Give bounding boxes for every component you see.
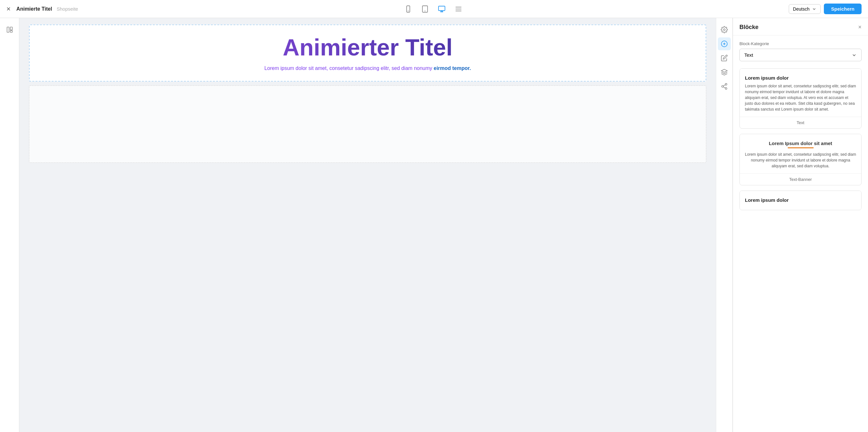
- device-desktop-button[interactable]: [436, 3, 447, 15]
- canvas-area: Animierter Titel Lorem ipsum dolor sit a…: [19, 18, 716, 432]
- category-selected-value: Text: [744, 52, 753, 58]
- svg-point-18: [722, 85, 724, 87]
- canvas-subtitle: Lorem ipsum dolor sit amet, consetetur s…: [42, 65, 693, 71]
- right-icon-strip: [716, 18, 733, 432]
- device-switcher: [78, 3, 789, 15]
- block-card-text-banner-footer: Text-Banner: [740, 173, 861, 185]
- device-list-button[interactable]: [453, 3, 464, 15]
- canvas-block-empty[interactable]: [29, 85, 706, 163]
- svg-point-12: [723, 29, 725, 31]
- text-banner-body: Lorem ipsum dolor sit amet, consetetur s…: [745, 151, 856, 169]
- add-block-icon-button[interactable]: [718, 37, 731, 50]
- svg-rect-10: [10, 27, 12, 30]
- panel-header: Blöcke ×: [733, 18, 868, 35]
- block-card-text-footer: Text: [740, 117, 861, 128]
- close-button[interactable]: ×: [6, 5, 11, 13]
- topbar: × Animierte Titel Shopseite Deutsch Spei…: [0, 0, 868, 18]
- block-card-text-preview: Lorem ipsum dolor Lorem ipsum dolor sit …: [740, 69, 861, 117]
- chevron-down-icon: [851, 53, 857, 58]
- page-title: Animierte Titel: [17, 6, 52, 12]
- language-select[interactable]: Deutsch: [789, 4, 820, 14]
- canvas-block-title[interactable]: Animierter Titel Lorem ipsum dolor sit a…: [29, 25, 706, 82]
- settings-icon-button[interactable]: [718, 23, 731, 36]
- page-subtitle: Shopseite: [57, 6, 78, 11]
- block-card-text[interactable]: Lorem ipsum dolor Lorem ipsum dolor sit …: [739, 68, 862, 128]
- text-banner-underline: [788, 147, 813, 148]
- svg-marker-16: [721, 69, 727, 72]
- block-card-text-banner[interactable]: Lorem Ipsum dolor sit amet Lorem ipsum d…: [739, 134, 862, 185]
- sidebar-layout-button[interactable]: [3, 23, 16, 36]
- left-sidebar: [0, 18, 19, 432]
- panel-title: Blöcke: [739, 24, 758, 31]
- svg-rect-9: [7, 27, 9, 33]
- svg-point-17: [725, 84, 727, 85]
- svg-rect-11: [10, 31, 12, 33]
- block-category-label: Block-Kategorie: [739, 41, 862, 46]
- main-layout: Animierter Titel Lorem ipsum dolor sit a…: [0, 18, 868, 432]
- category-select[interactable]: Text: [739, 49, 862, 61]
- block-card-text-banner-preview: Lorem Ipsum dolor sit amet Lorem ipsum d…: [740, 134, 861, 173]
- svg-point-19: [725, 88, 727, 90]
- device-mobile-button[interactable]: [402, 3, 414, 15]
- svg-line-21: [723, 85, 725, 86]
- block-card-lorem-title: Lorem ipsum dolor: [745, 197, 856, 203]
- layers-icon-button[interactable]: [718, 66, 731, 79]
- text-banner-title: Lorem Ipsum dolor sit amet: [745, 141, 856, 146]
- subtitle-text: Lorem ipsum dolor sit amet, consetetur s…: [264, 65, 471, 71]
- panel-body: Block-Kategorie Text Lorem ipsum dolor L…: [733, 35, 868, 221]
- block-card-text-title: Lorem ipsum dolor: [745, 75, 856, 81]
- panel-close-button[interactable]: ×: [858, 24, 862, 31]
- block-card-lorem[interactable]: Lorem ipsum dolor: [739, 191, 862, 210]
- edit-icon-button[interactable]: [718, 52, 731, 64]
- block-card-text-body: Lorem ipsum dolor sit amet, consetetur s…: [745, 83, 856, 112]
- animated-title: Animierter Titel: [42, 35, 693, 60]
- share-icon-button[interactable]: [718, 80, 731, 93]
- topbar-right: Deutsch Speichern: [789, 4, 862, 14]
- svg-line-20: [723, 87, 725, 88]
- right-panel: Blöcke × Block-Kategorie Text Lorem ipsu…: [733, 18, 868, 432]
- device-tablet-button[interactable]: [419, 3, 431, 15]
- svg-rect-4: [438, 6, 445, 11]
- subtitle-bold: eirmod tempor.: [434, 65, 471, 71]
- save-button[interactable]: Speichern: [824, 4, 862, 14]
- block-card-lorem-preview: Lorem ipsum dolor: [740, 191, 861, 210]
